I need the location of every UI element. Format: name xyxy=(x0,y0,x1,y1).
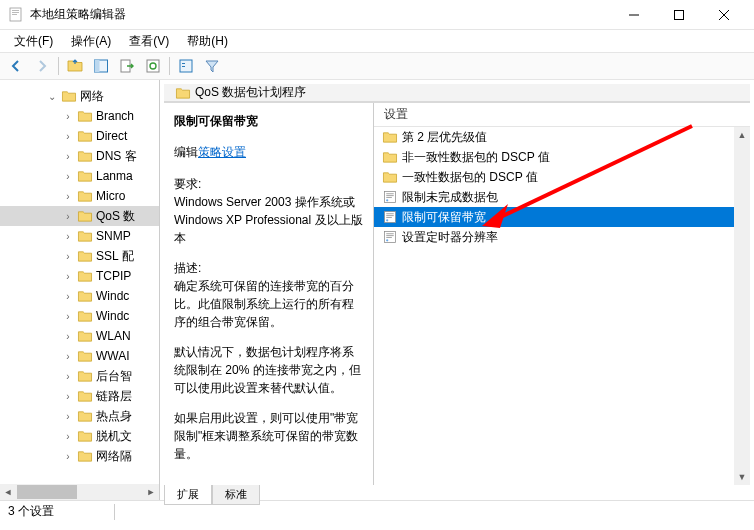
list-item-label: 限制可保留带宽 xyxy=(402,209,486,226)
description-p2: 默认情况下，数据包计划程序将系统限制在 20% 的连接带宽之内，但可以使用此设置… xyxy=(174,343,363,397)
scroll-up-icon[interactable]: ▲ xyxy=(734,127,750,143)
list-item[interactable]: 第 2 层优先级值 xyxy=(374,127,750,147)
tree-item[interactable]: ›QoS 数 xyxy=(0,206,159,226)
list-item[interactable]: 非一致性数据包的 DSCP 值 xyxy=(374,147,750,167)
expander-icon[interactable]: › xyxy=(62,231,74,242)
tree-item[interactable]: ›Branch xyxy=(0,106,159,126)
tab-standard[interactable]: 标准 xyxy=(212,485,260,505)
expander-icon[interactable]: › xyxy=(62,351,74,362)
tree-item[interactable]: ›SSL 配 xyxy=(0,246,159,266)
svg-rect-16 xyxy=(147,60,159,72)
tree-item[interactable]: ›Windc xyxy=(0,286,159,306)
export-button[interactable] xyxy=(115,55,139,77)
tree-horizontal-scrollbar[interactable]: ◄ ► xyxy=(0,484,159,500)
tree-root[interactable]: ⌄ 网络 xyxy=(0,86,159,106)
tree-item[interactable]: ›脱机文 xyxy=(0,426,159,446)
minimize-button[interactable] xyxy=(611,0,656,30)
expander-icon[interactable]: › xyxy=(62,391,74,402)
folder-icon xyxy=(77,349,93,363)
tree-item[interactable]: ›后台智 xyxy=(0,366,159,386)
expander-icon[interactable]: › xyxy=(62,271,74,282)
edit-policy-link[interactable]: 策略设置 xyxy=(198,145,246,159)
tree-item[interactable]: ›热点身 xyxy=(0,406,159,426)
expander-icon[interactable]: › xyxy=(62,111,74,122)
folder-icon xyxy=(77,449,93,463)
menu-file[interactable]: 文件(F) xyxy=(6,31,61,52)
tree-item[interactable]: ›SNMP xyxy=(0,226,159,246)
folder-icon xyxy=(77,389,93,403)
tree-item-label: DNS 客 xyxy=(96,148,137,165)
expander-icon[interactable]: › xyxy=(62,451,74,462)
tree-item[interactable]: ›Windc xyxy=(0,306,159,326)
up-button[interactable] xyxy=(63,55,87,77)
scroll-right-icon[interactable]: ► xyxy=(143,484,159,500)
show-hide-tree-button[interactable] xyxy=(89,55,113,77)
tree-root-label: 网络 xyxy=(80,88,104,105)
maximize-button[interactable] xyxy=(656,0,701,30)
expander-icon[interactable]: › xyxy=(62,251,74,262)
tree-item-label: Direct xyxy=(96,129,127,143)
list-vertical-scrollbar[interactable]: ▲ ▼ xyxy=(734,127,750,485)
tree-item[interactable]: ›WLAN xyxy=(0,326,159,346)
list-item-label: 非一致性数据包的 DSCP 值 xyxy=(402,149,550,166)
tree-item-label: SSL 配 xyxy=(96,248,134,265)
expander-icon[interactable]: › xyxy=(62,371,74,382)
expander-icon[interactable]: ⌄ xyxy=(46,91,58,102)
status-text: 3 个设置 xyxy=(8,503,54,520)
scrollbar-thumb[interactable] xyxy=(17,485,77,499)
refresh-button[interactable] xyxy=(141,55,165,77)
expander-icon[interactable]: › xyxy=(62,191,74,202)
menu-help[interactable]: 帮助(H) xyxy=(179,31,236,52)
scroll-left-icon[interactable]: ◄ xyxy=(0,484,16,500)
filter-button[interactable] xyxy=(200,55,224,77)
forward-button[interactable] xyxy=(30,55,54,77)
folder-icon xyxy=(77,129,93,143)
tree-item-label: Micro xyxy=(96,189,125,203)
back-button[interactable] xyxy=(4,55,28,77)
folder-icon xyxy=(77,249,93,263)
svg-rect-20 xyxy=(182,66,185,67)
setting-icon xyxy=(382,230,398,244)
expander-icon[interactable]: › xyxy=(62,171,74,182)
folder-icon xyxy=(382,130,398,144)
list-item[interactable]: 一致性数据包的 DSCP 值 xyxy=(374,167,750,187)
expander-icon[interactable]: › xyxy=(62,411,74,422)
expander-icon[interactable]: › xyxy=(62,151,74,162)
tree-item[interactable]: ›链路层 xyxy=(0,386,159,406)
title-bar: 本地组策略编辑器 xyxy=(0,0,754,30)
folder-icon xyxy=(77,369,93,383)
list-item[interactable]: 设置定时器分辨率 xyxy=(374,227,750,247)
expander-icon[interactable]: › xyxy=(62,431,74,442)
tab-extended[interactable]: 扩展 xyxy=(164,485,212,505)
folder-icon xyxy=(77,309,93,323)
tree-item[interactable]: ›Direct xyxy=(0,126,159,146)
expander-icon[interactable]: › xyxy=(62,291,74,302)
expander-icon[interactable]: › xyxy=(62,331,74,342)
expander-icon[interactable]: › xyxy=(62,131,74,142)
tree-item-label: Windc xyxy=(96,309,129,323)
folder-icon xyxy=(77,229,93,243)
tree-item[interactable]: ›TCPIP xyxy=(0,266,159,286)
expander-icon[interactable]: › xyxy=(62,311,74,322)
list-item[interactable]: 限制可保留带宽 xyxy=(374,207,750,227)
folder-icon xyxy=(77,409,93,423)
tree-item[interactable]: ›网络隔 xyxy=(0,446,159,466)
properties-button[interactable] xyxy=(174,55,198,77)
tree-item-label: Lanma xyxy=(96,169,133,183)
scroll-down-icon[interactable]: ▼ xyxy=(734,469,750,485)
menu-action[interactable]: 操作(A) xyxy=(63,31,119,52)
list-item[interactable]: 限制未完成数据包 xyxy=(374,187,750,207)
menu-view[interactable]: 查看(V) xyxy=(121,31,177,52)
tree-item-label: 网络隔 xyxy=(96,448,132,465)
folder-icon xyxy=(382,150,398,164)
expander-icon[interactable]: › xyxy=(62,211,74,222)
column-header-setting[interactable]: 设置 xyxy=(374,103,750,127)
tree-item[interactable]: ›Micro xyxy=(0,186,159,206)
tree-item[interactable]: ›DNS 客 xyxy=(0,146,159,166)
toolbar xyxy=(0,52,754,80)
close-button[interactable] xyxy=(701,0,746,30)
content-header: QoS 数据包计划程序 xyxy=(164,84,750,102)
tree-item-label: 脱机文 xyxy=(96,428,132,445)
tree-item[interactable]: ›WWAI xyxy=(0,346,159,366)
tree-item[interactable]: ›Lanma xyxy=(0,166,159,186)
